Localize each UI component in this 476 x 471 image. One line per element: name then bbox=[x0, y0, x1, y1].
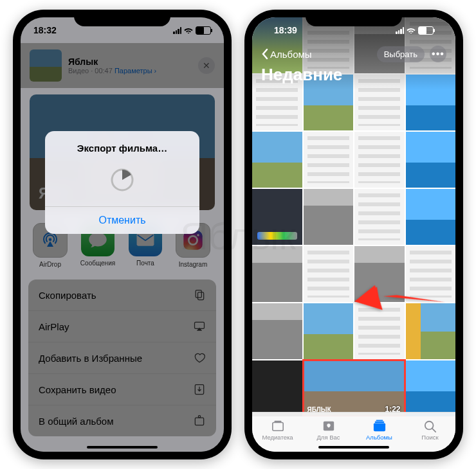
svg-rect-13 bbox=[272, 423, 282, 431]
album-title: Недавние bbox=[261, 65, 446, 85]
library-icon bbox=[271, 420, 285, 432]
chevron-left-icon bbox=[261, 48, 269, 60]
photo-thumbnail[interactable] bbox=[252, 360, 302, 416]
ellipsis-icon: ••• bbox=[432, 48, 444, 60]
tab-search[interactable]: Поиск bbox=[405, 413, 455, 448]
photo-thumbnail[interactable] bbox=[406, 132, 456, 188]
wifi-icon bbox=[407, 27, 416, 33]
home-indicator bbox=[318, 446, 389, 449]
status-time: 18:39 bbox=[274, 25, 297, 35]
back-button[interactable]: Альбомы bbox=[261, 48, 312, 60]
search-icon bbox=[423, 420, 437, 432]
progress-icon bbox=[110, 168, 134, 192]
export-modal: Экспорт фильма… Отменить bbox=[45, 131, 199, 234]
photo-thumbnail[interactable] bbox=[252, 246, 302, 302]
photo-thumbnail[interactable] bbox=[304, 189, 354, 245]
photo-thumbnail[interactable] bbox=[304, 246, 354, 302]
photo-thumbnail[interactable] bbox=[252, 132, 302, 188]
photo-thumbnail[interactable] bbox=[354, 132, 405, 188]
tab-for-you[interactable]: Для Вас bbox=[303, 413, 354, 448]
albums-icon bbox=[372, 420, 387, 432]
svg-rect-14 bbox=[274, 421, 281, 423]
svg-rect-17 bbox=[374, 422, 384, 423]
photos-header: 18:39 Альбомы Выбрать ••• bbox=[252, 17, 455, 90]
more-button[interactable]: ••• bbox=[430, 46, 446, 62]
for-you-icon bbox=[322, 420, 336, 432]
video-thumbnail-highlighted[interactable]: ЯБЛЫК 1:22 bbox=[304, 360, 405, 416]
photo-thumbnail[interactable] bbox=[252, 189, 302, 245]
photo-thumbnail[interactable] bbox=[406, 189, 456, 245]
photo-thumbnail[interactable] bbox=[252, 303, 302, 359]
tab-library[interactable]: Медиатека bbox=[252, 413, 303, 448]
phone-right: 18:39 Альбомы Выбрать ••• bbox=[244, 10, 463, 459]
phone-left: 18:32 Яблык Видео · 00:47 Параметры › ✕ bbox=[13, 10, 232, 459]
photo-thumbnail[interactable] bbox=[354, 189, 405, 245]
modal-title: Экспорт фильма… bbox=[45, 131, 199, 156]
modal-backdrop bbox=[21, 17, 224, 452]
modal-cancel-button[interactable]: Отменить bbox=[45, 206, 199, 234]
photo-thumbnail[interactable] bbox=[304, 303, 354, 359]
select-button[interactable]: Выбрать bbox=[377, 46, 425, 62]
photo-thumbnail[interactable] bbox=[406, 360, 456, 416]
status-icons bbox=[396, 26, 434, 35]
svg-rect-16 bbox=[373, 423, 385, 431]
battery-icon bbox=[418, 26, 434, 35]
home-indicator bbox=[87, 446, 158, 449]
svg-rect-18 bbox=[376, 420, 383, 421]
photo-thumbnail[interactable] bbox=[304, 132, 354, 188]
svg-line-20 bbox=[432, 429, 435, 432]
signal-icon bbox=[396, 27, 404, 34]
tab-albums[interactable]: Альбомы bbox=[354, 413, 405, 448]
